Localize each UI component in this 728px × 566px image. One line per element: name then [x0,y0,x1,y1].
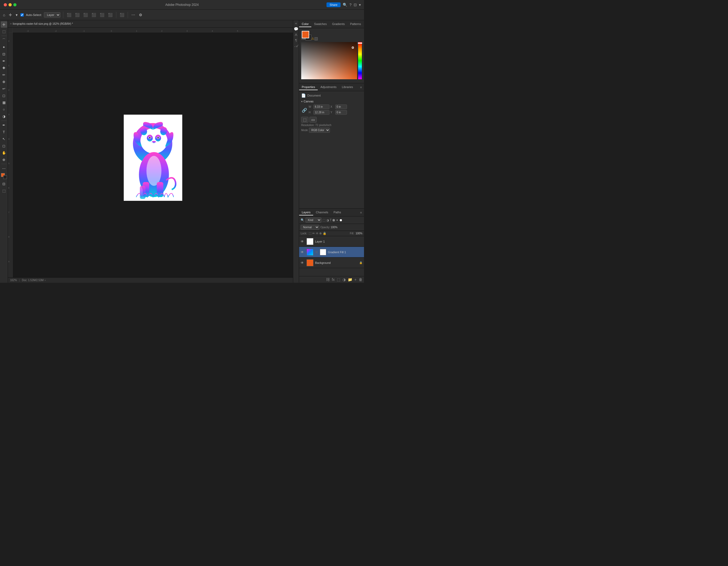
lock-position-icon[interactable]: ✛ [316,232,318,235]
layer-item[interactable]: 👁 ⛓ Gradient Fill 1 [299,247,364,258]
distribute-icon[interactable]: ⬛ [119,12,125,18]
move-tool[interactable]: ✛ [1,21,7,28]
align-bottom-icon[interactable]: ⬛ [107,12,113,18]
stylized-a-icon[interactable]: 𝒜 [295,44,297,48]
dodge-tool[interactable]: ◑ [1,113,7,119]
link-icon[interactable]: 🔗 [302,108,307,113]
zoom-tool[interactable]: ⊕ [1,156,7,163]
more-tools-icon[interactable]: ⋯ [1,165,7,172]
tab-adjustments[interactable]: Adjustments [318,84,339,90]
opacity-value[interactable]: 100% [331,226,338,229]
layer-group-icon[interactable]: 📁 [348,278,352,282]
tab-swatches[interactable]: Swatches [311,21,329,27]
tab-close-icon[interactable]: × [10,22,12,25]
chevron-down-icon[interactable]: ▾ [15,12,18,18]
tab-libraries[interactable]: Libraries [339,84,356,90]
align-right-icon[interactable]: ⬛ [82,12,89,18]
shape-filter-icon[interactable]: ⬟ [332,218,335,222]
lock-all-icon[interactable]: 🔒 [323,232,326,235]
color-picker-gradient-area[interactable] [301,42,362,79]
layer-mask-icon[interactable]: ⬚ [337,278,340,282]
fill-value[interactable]: 100% [355,232,362,235]
layers-menu-icon[interactable]: ≡ [358,211,364,214]
new-layer-icon[interactable]: + [354,278,357,282]
move-tool-icon[interactable]: ✛ [8,12,13,18]
align-top-icon[interactable]: ⬛ [91,12,97,18]
document-canvas[interactable] [124,115,182,201]
canvas-landscape-btn[interactable]: ▭ [309,117,317,123]
paragraph-icon[interactable]: ¶ [295,38,297,42]
collapse-arrow-icon[interactable]: « [295,21,297,25]
align-middle-icon[interactable]: ⬛ [99,12,105,18]
quick-mask-icon[interactable]: ⊡ [1,181,7,187]
foreground-color-picker[interactable] [302,31,309,38]
brush-tool[interactable]: ✏ [1,72,7,78]
shape-tool[interactable]: ◻ [1,143,7,149]
smart-filter-icon[interactable]: ✦ [336,218,338,222]
healing-brush-tool[interactable]: ✚ [1,65,7,71]
tab-properties[interactable]: Properties [299,84,318,90]
minimize-button[interactable] [9,3,12,6]
crop-tool[interactable]: ⊡ [1,51,7,57]
background-color-swatch[interactable] [3,175,7,179]
canvas-section-header[interactable]: ▾ Canvas [301,100,362,103]
type-icon[interactable]: A [295,33,297,37]
close-button[interactable] [4,3,7,6]
tab-paths[interactable]: Paths [331,210,344,216]
pen-tool[interactable]: ✒ [1,122,7,128]
adjustment-layer-icon[interactable]: ◑ [342,278,346,282]
more-options-icon[interactable]: ⋯ [131,12,136,18]
delete-layer-icon[interactable]: 🗑 [359,278,362,282]
layout-icon[interactable]: ⊡ [354,3,357,7]
lock-transparent-icon[interactable]: ⬚ [309,232,311,235]
pixel-filter-icon[interactable]: ⬚ [322,218,325,222]
adjustment-filter-icon[interactable]: ◑ [326,218,329,222]
type-filter-icon[interactable]: T [330,218,332,222]
width-input[interactable] [313,105,329,109]
eraser-tool[interactable]: ◻ [1,92,7,99]
link-layers-icon[interactable]: ⛓ [326,278,330,282]
settings-icon[interactable]: ⚙ [138,12,143,18]
magic-wand-tool[interactable]: ✦ [1,44,7,50]
help-icon[interactable]: ? [349,3,351,7]
align-left-icon[interactable]: ⬛ [66,12,72,18]
hue-slider[interactable] [358,42,362,79]
color-panel-menu-icon[interactable]: ≡ [364,23,364,26]
hand-tool[interactable]: ✋ [1,150,7,156]
layer-item[interactable]: 👁 Background 🔒 [299,258,364,268]
blend-mode-select[interactable]: Normal [301,225,319,230]
screen-mode-icon[interactable]: ⬚ [1,188,7,194]
tab-channels[interactable]: Channels [313,210,331,216]
tab-patterns[interactable]: Patterns [348,21,364,27]
y-input[interactable] [335,110,347,115]
type-tool[interactable]: T [1,129,7,135]
path-selection-tool[interactable]: ↖ [1,136,7,142]
kind-select[interactable]: Kind [305,218,321,223]
blur-tool[interactable]: ○ [1,106,7,113]
layer-item[interactable]: 👁 Layer 1 [299,236,364,247]
comment-icon[interactable]: 💬 [294,27,298,31]
layer-chain-icon[interactable]: ⛓ [315,251,318,254]
layer-select[interactable]: Layer [44,12,60,18]
properties-menu-icon[interactable]: ≡ [358,86,364,89]
layer-effects-icon[interactable]: fx [332,278,335,282]
color-alert-icon[interactable]: ⚠ [311,37,314,40]
home-icon[interactable]: ⌂ [2,12,6,18]
eyedropper-tool[interactable]: ✒ [1,58,7,64]
lasso-tool[interactable]: ⌒ [1,37,7,43]
lock-artboard-icon[interactable]: ⊕ [319,232,322,235]
layer-visibility-eye[interactable]: 👁 [301,240,305,244]
color-gradient-field[interactable] [301,42,357,79]
marquee-tool[interactable]: ⬚ [1,28,7,35]
lock-pixel-icon[interactable]: ✏ [312,232,315,235]
clone-stamp-tool[interactable]: ⊕ [1,79,7,85]
height-input[interactable] [313,110,329,115]
chevron-down-icon[interactable]: ▾ [359,3,361,7]
layer-visibility-eye[interactable]: 👁 [301,261,305,265]
tab-layers[interactable]: Layers [299,210,313,216]
fullscreen-button[interactable] [13,3,16,6]
search-icon[interactable]: 🔍 [343,3,347,7]
tab-gradients[interactable]: Gradients [329,21,348,27]
share-button[interactable]: Share [326,2,341,7]
filter-toggle-dot[interactable] [340,219,342,221]
